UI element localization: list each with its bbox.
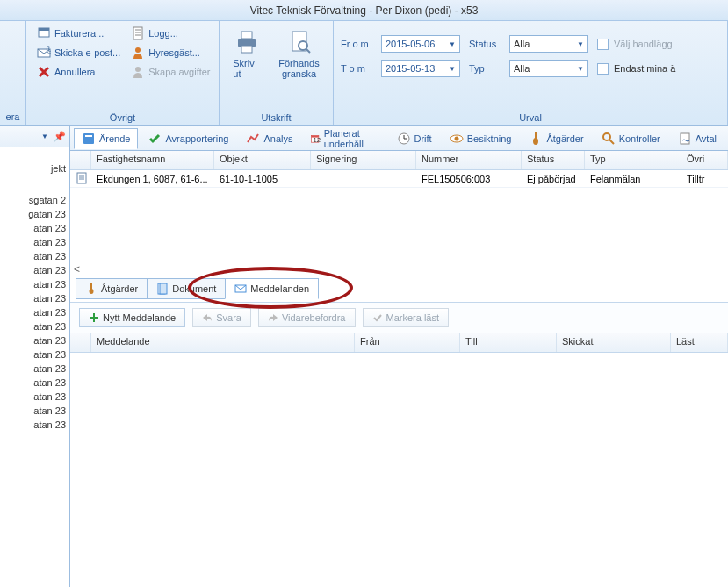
left-sidebar: ▼ 📌 jekt sgatan 2gatan 23atan 23atan 23a…	[0, 126, 70, 587]
tab-avtal[interactable]: Avtal	[670, 128, 724, 149]
list-item[interactable]: atan 23	[0, 347, 69, 362]
ribbon-group-title: Utskrift	[220, 110, 333, 125]
svg-line-29	[609, 140, 614, 144]
from-label: Fr o m	[341, 39, 376, 49]
from-date-combo[interactable]: 2015-05-06▼	[381, 35, 460, 53]
list-item[interactable]: atan 23	[0, 333, 69, 347]
nytt-meddelande-button[interactable]: Nytt Meddelande	[79, 308, 185, 327]
message-grid-header: Meddelande Från Till Skickat Läst	[70, 333, 728, 353]
skapa-avgifter-button[interactable]: Skapa avgifter	[127, 63, 213, 81]
skriv-ut-button[interactable]: Skriv ut	[226, 25, 268, 82]
skicka-epost-button[interactable]: @ Skicka e-post...	[33, 44, 124, 61]
subtab-dokument[interactable]: Dokument	[147, 278, 226, 299]
annullera-button[interactable]: Annullera	[33, 63, 124, 81]
svg-rect-1	[39, 28, 49, 31]
cell-fastighetsnamn: Ekdungen 1, 6087, 61-6...	[91, 172, 214, 186]
ribbon-group-ovrigt: Fakturera... @ Skicka e-post... Annuller…	[26, 21, 220, 125]
tab-analys[interactable]: Analys	[238, 128, 300, 149]
tab-atgarder[interactable]: Åtgärder	[521, 128, 591, 149]
valj-handlaggare-checkbox[interactable]	[597, 39, 609, 50]
message-grid-body[interactable]	[70, 353, 728, 587]
chevron-down-icon[interactable]: ▼	[41, 132, 48, 140]
svg-point-27	[533, 138, 538, 145]
grid-header-typ[interactable]: Typ	[585, 151, 681, 169]
msg-header-last[interactable]: Läst	[671, 333, 728, 352]
msg-header-skickat[interactable]: Skickat	[557, 333, 671, 352]
status-combo[interactable]: Alla▼	[509, 35, 588, 53]
logg-button[interactable]: Logg...	[127, 25, 213, 42]
chevron-down-icon: ▼	[577, 40, 584, 48]
fakturera-button[interactable]: Fakturera...	[33, 25, 124, 42]
list-item[interactable]: atan 23	[0, 376, 69, 390]
typ-label: Typ	[469, 63, 504, 74]
tab-kontroller[interactable]: Kontroller	[594, 128, 668, 149]
grid-header-objekt[interactable]: Objekt	[214, 151, 311, 169]
hyresgast-button[interactable]: Hyresgäst...	[127, 44, 213, 61]
grid-header-icon[interactable]	[70, 151, 91, 169]
pin-icon[interactable]: 📌	[54, 131, 66, 142]
tab-planerat-underhall[interactable]: 12 Planerat underhåll	[302, 125, 386, 153]
list-item[interactable]: atan 23	[0, 221, 69, 235]
svg-rect-30	[681, 133, 689, 144]
cell-ovrigt: Tilltr	[681, 172, 728, 186]
tab-arende[interactable]: Ärende	[74, 128, 138, 149]
grid-header-status[interactable]: Status	[522, 151, 585, 169]
list-item[interactable]: atan 23	[0, 319, 69, 333]
endast-mina-checkbox[interactable]	[597, 63, 609, 75]
svg-point-36	[90, 289, 94, 294]
svg-point-8	[135, 47, 141, 53]
subtab-meddelanden[interactable]: Meddelanden	[225, 278, 319, 299]
svg-rect-16	[83, 133, 94, 144]
tab-drift[interactable]: Drift	[389, 128, 440, 149]
svg-rect-35	[90, 283, 92, 290]
list-item[interactable]: atan 23	[0, 235, 69, 249]
main-area: Fastighetsnamn Objekt Signering Nummer S…	[70, 151, 728, 587]
typ-combo[interactable]: Alla▼	[509, 60, 588, 77]
list-item[interactable]: atan 23	[0, 390, 69, 404]
svg-point-9	[135, 67, 141, 72]
ribbon-group-title: Övrigt	[26, 110, 219, 125]
grid-header-signering[interactable]: Signering	[311, 151, 416, 169]
subtab-atgarder[interactable]: Åtgärder	[76, 278, 148, 299]
cell-nummer: FEL150506:003	[416, 172, 522, 186]
svg-point-28	[603, 133, 610, 140]
tom-label: T o m	[341, 63, 376, 74]
list-item[interactable]: atan 23	[0, 263, 69, 277]
grid-body[interactable]: Ekdungen 1, 6087, 61-6... 61-10-1-1005 F…	[70, 170, 728, 276]
msg-header-icon[interactable]	[70, 333, 91, 352]
msg-header-till[interactable]: Till	[460, 333, 557, 352]
grid-header-ovrigt[interactable]: Övri	[681, 151, 728, 169]
tom-date-combo[interactable]: 2015-05-13▼	[381, 60, 460, 77]
vidarebefordra-button[interactable]: Vidarebefordra	[258, 308, 356, 327]
chevron-down-icon: ▼	[449, 40, 456, 48]
list-item[interactable]: atan 23	[0, 249, 69, 263]
list-item[interactable]: atan 23	[0, 404, 69, 418]
list-item[interactable]: atan 23	[0, 291, 69, 305]
list-item[interactable]: atan 23	[0, 305, 69, 319]
cell-signering	[311, 177, 416, 181]
svg-rect-11	[241, 32, 252, 39]
svg-rect-17	[85, 135, 92, 137]
grid-header-nummer[interactable]: Nummer	[416, 151, 522, 169]
endast-mina-label: Endast mina ä	[614, 63, 675, 74]
list-item[interactable]: atan 23	[0, 277, 69, 291]
msg-header-fran[interactable]: Från	[355, 333, 460, 352]
markera-last-button[interactable]: Markera läst	[363, 308, 450, 327]
list-item[interactable]: atan 23	[0, 362, 69, 376]
grid-header-fastighetsnamn[interactable]: Fastighetsnamn	[91, 151, 214, 169]
tab-besiktning[interactable]: Besiktning	[442, 128, 520, 149]
list-item[interactable]: gatan 23	[0, 207, 69, 221]
svg-rect-38	[160, 283, 167, 294]
tab-avrapportering[interactable]: Avrapportering	[140, 128, 236, 149]
svara-button[interactable]: Svara	[192, 308, 251, 327]
window-title: Vitec Teknisk Förvaltning - Per Dixon (p…	[0, 0, 728, 21]
scroll-left-icon[interactable]: <	[74, 263, 80, 276]
forhandsgranska-button[interactable]: Förhands granska	[271, 25, 326, 82]
list-item[interactable]: atan 23	[0, 418, 69, 432]
msg-header-meddelande[interactable]: Meddelande	[91, 333, 355, 352]
svg-text:12: 12	[314, 135, 321, 143]
valj-handlaggare-label: Välj handlägg	[614, 39, 673, 49]
cell-typ: Felanmälan	[585, 172, 681, 186]
table-row[interactable]: Ekdungen 1, 6087, 61-6... 61-10-1-1005 F…	[70, 170, 728, 188]
list-item[interactable]: sgatan 2	[0, 193, 69, 207]
